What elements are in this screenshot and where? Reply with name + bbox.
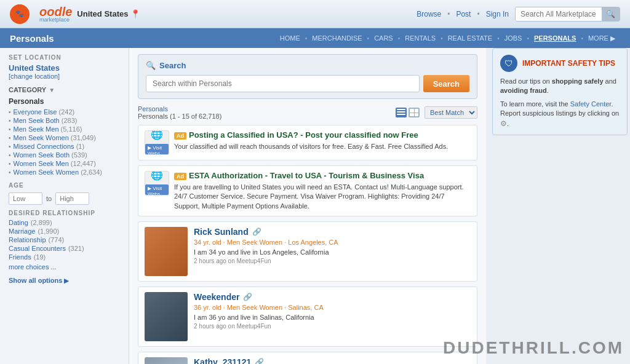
navbar: Personals HOME • MERCHANDISE • CARS • RE… [0, 28, 630, 48]
list-item: 🌐 usa-classifie... ▶ Visit Webs... AdPos… [138, 125, 477, 160]
ad-desc-2: If you are travelling to United States y… [174, 183, 471, 211]
profile-info-kathy: Kathy_231121 🔗 [194, 357, 471, 364]
ad-title-2[interactable]: AdESTA Authorization - Travel to USA - T… [174, 171, 471, 180]
header-search-box: 🔍 [515, 7, 620, 22]
sidebar-item-men-seek-women-text: Men Seek Women (31,049) [14, 134, 96, 141]
ad-site-icon-1: 🌐 usa-classifie... ▶ Visit Webs... [145, 130, 169, 155]
ad-favicon-2: 🌐 [151, 171, 163, 181]
safety-desc-text: Read our tips on shopping safely and avo… [500, 77, 616, 94]
nav-realestate[interactable]: REAL ESTATE [443, 34, 498, 42]
sidebar-item-women-seek-both[interactable]: Women Seek Both (539) [9, 151, 120, 159]
sidebar-main-category[interactable]: Personals [9, 97, 120, 106]
change-location[interactable]: [change location] [9, 73, 120, 80]
profile-name-link-kathy[interactable]: Kathy_231121 [194, 357, 251, 364]
search-input[interactable] [146, 75, 420, 92]
search-input-row: Search [146, 75, 469, 92]
nav-merchandise[interactable]: MERCHANDISE [307, 34, 367, 42]
rel-marriage-link[interactable]: Marriage [9, 228, 35, 235]
age-range: to [9, 192, 120, 205]
header-right: Browse • Post • Sign In 🔍 [417, 7, 620, 22]
safety-center-link[interactable]: Safety Center [570, 100, 612, 108]
ad-visit-btn-1[interactable]: ▶ Visit Webs... [145, 144, 169, 156]
header-location[interactable]: United States 📍 [77, 9, 140, 18]
profile-name-link-weekender[interactable]: Weekender [194, 292, 239, 302]
list-item: 🌐 esta-usvisitv... ▶ Visit Webs... AdEST… [138, 165, 477, 216]
profile-desc-weekender: I am 36 yo and live in Salinas, Californ… [194, 314, 471, 321]
sidebar-item-everyone-else-text: Everyone Else (242) [14, 108, 75, 116]
header-search-button[interactable]: 🔍 [602, 7, 620, 21]
category-arrow-icon: ▼ [49, 87, 55, 93]
header: 🐾 oodle marketplace United States 📍 Brow… [0, 0, 630, 28]
browse-link[interactable]: Browse [417, 10, 441, 18]
desired-rel-label: DESIRED RELATIONSHIP [9, 210, 120, 216]
profile-meta-rick: 34 yr. old · Men Seek Women · Los Angele… [194, 239, 471, 246]
ad-content-2: AdESTA Authorization - Travel to USA - T… [174, 171, 471, 211]
grid-view-icon[interactable] [409, 108, 420, 117]
list-view-icon[interactable] [396, 108, 407, 117]
header-location-text: United States [77, 9, 128, 18]
ad-content-1: AdPosting a Classified in USA? - Post yo… [174, 130, 471, 151]
nav-personals[interactable]: PERSONALS [529, 34, 581, 42]
sidebar-item-women-seek-men-text: Women Seek Men (12,447) [14, 160, 96, 167]
share-icon-rick[interactable]: 🔗 [252, 228, 261, 236]
sidebar-location[interactable]: United States [9, 63, 120, 73]
breadcrumb-results: Personals Personals (1 - 15 of 62,718) [138, 105, 221, 120]
logo-text-block: oodle marketplace [39, 5, 72, 23]
sidebar-item-men-seek-both[interactable]: Men Seek Both (283) [9, 117, 120, 124]
dot1: • [447, 10, 450, 18]
rel-friends-count: (19) [34, 253, 46, 261]
ad-title-text-1: Posting a Classified in USA? - Post your… [189, 130, 418, 140]
share-icon-weekender[interactable]: 🔗 [243, 293, 252, 301]
nav-more[interactable]: MORE ▶ [583, 34, 620, 42]
ad-site-name-1: usa-classifie... [145, 140, 169, 143]
post-link[interactable]: Post [456, 10, 471, 18]
rel-friends-link[interactable]: Friends [9, 253, 31, 261]
nav-jobs[interactable]: JOBS [500, 34, 527, 42]
age-low-input[interactable] [9, 192, 42, 205]
list-item: Kathy_231121 🔗 [138, 352, 477, 364]
rel-casual-link[interactable]: Casual Encounters [9, 245, 66, 252]
rel-casual-count: (321) [68, 245, 84, 252]
sidebar-item-men-seek-men[interactable]: Men Seek Men (5,116) [9, 125, 120, 133]
sidebar-item-women-seek-women[interactable]: Women Seek Women (2,634) [9, 168, 120, 176]
search-magnifier-icon: 🔍 [146, 61, 156, 70]
results-count: Personals (1 - 15 of 62,718) [138, 113, 221, 120]
profile-info-rick: Rick Sunland 🔗 34 yr. old · Men Seek Wom… [194, 227, 471, 264]
header-search-input[interactable] [516, 7, 602, 21]
nav-cars[interactable]: CARS [369, 34, 398, 42]
safety-shield-icon: 🛡 [500, 55, 517, 72]
age-label: AGE [9, 182, 120, 189]
sidebar-item-everyone-else[interactable]: Everyone Else (242) [9, 108, 120, 116]
nav-home[interactable]: HOME [275, 34, 305, 42]
sort-select[interactable]: Best Match [425, 106, 477, 119]
sidebar-item-men-seek-women[interactable]: Men Seek Women (31,049) [9, 134, 120, 141]
more-choices-link[interactable]: more choices ... [9, 263, 120, 271]
age-high-input[interactable] [55, 192, 89, 205]
show-all-options[interactable]: Show all options ▶ [9, 277, 120, 284]
rel-relationship-link[interactable]: Relationship [9, 236, 46, 243]
profile-name-link-rick[interactable]: Rick Sunland [194, 227, 249, 237]
show-all-arrow-icon: ▶ [64, 277, 69, 284]
rel-marriage-count: (1,990) [38, 228, 59, 235]
ad-title-1[interactable]: AdPosting a Classified in USA? - Post yo… [174, 130, 471, 140]
safety-title: IMPORTANT SAFETY TIPS [522, 59, 615, 68]
safety-box: 🛡 IMPORTANT SAFETY TIPS Read our tips on… [492, 48, 628, 135]
share-icon-kathy[interactable]: 🔗 [255, 358, 264, 364]
oodle-logo[interactable]: 🐾 [10, 4, 30, 24]
ad-badge-2: Ad [174, 173, 186, 180]
nav-rentals[interactable]: RENTALS [400, 34, 441, 42]
logo-area: 🐾 oodle marketplace United States 📍 [10, 4, 140, 24]
ad-desc-1: Your classified ad will reach thousands … [174, 142, 471, 151]
age-section: AGE to [9, 182, 120, 205]
sidebar-item-women-seek-men[interactable]: Women Seek Men (12,447) [9, 160, 120, 167]
rel-dating-link[interactable]: Dating [9, 219, 28, 226]
search-button[interactable]: Search [423, 75, 469, 92]
sidebar-item-missed-connections[interactable]: Missed Connections (1) [9, 143, 120, 150]
rel-dating: Dating (2,899) [9, 219, 120, 226]
ad-visit-btn-2[interactable]: ▶ Visit Webs... [145, 184, 169, 196]
profile-meta-weekender: 36 yr. old · Men Seek Women · Salinas, C… [194, 304, 471, 311]
breadcrumb-personals[interactable]: Personals [138, 105, 168, 113]
signin-link[interactable]: Sign In [486, 10, 509, 18]
profile-photo-rick [145, 227, 188, 276]
profile-photo-weekender [145, 292, 188, 341]
